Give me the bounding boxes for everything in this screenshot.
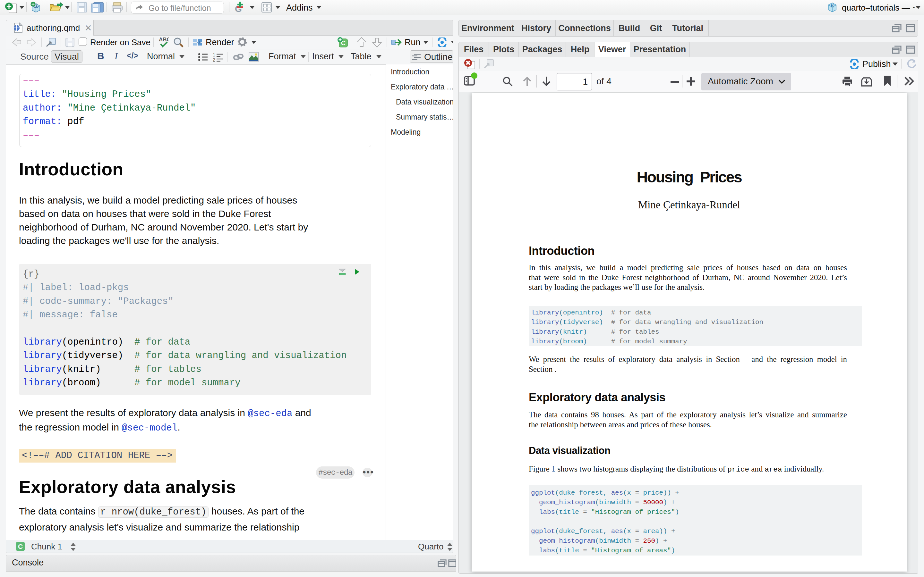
svg-text:2: 2 <box>213 57 215 61</box>
svg-text:1: 1 <box>213 53 215 57</box>
svg-text:ABC: ABC <box>159 37 169 43</box>
svg-text:R: R <box>830 3 834 9</box>
